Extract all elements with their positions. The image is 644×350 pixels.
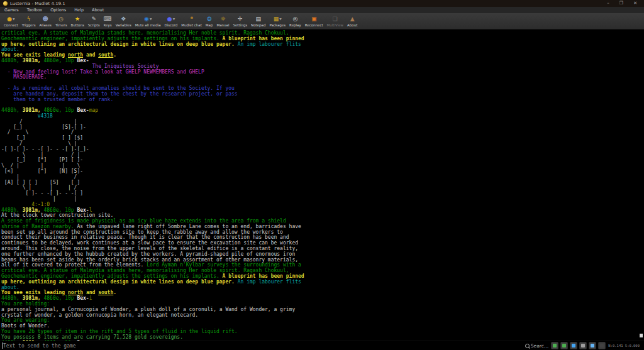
minimize-button[interactable]: – xyxy=(607,1,609,6)
toolbar-item-label: MultiView xyxy=(327,23,344,27)
mudlet-chat-icon: ❝ xyxy=(190,16,193,22)
terminal-line: MASQUERADE. xyxy=(1,75,644,80)
multiview-icon: ❏ xyxy=(333,16,338,22)
window-title: Lusternia - Mudlet 4.19.1 xyxy=(10,1,65,6)
toolbar-item-label: Discord xyxy=(165,23,178,27)
chevron-down-icon[interactable]: ▼ xyxy=(150,18,152,21)
search-tool-button-3-icon xyxy=(572,344,575,347)
buttons-icon: ★ xyxy=(75,16,80,22)
search-label: Searc… xyxy=(531,343,549,349)
connect-button[interactable]: ●▼Connect xyxy=(2,14,20,28)
connect-icon: ● xyxy=(7,16,12,22)
terminal-output[interactable]: critical eye. A statue of Malmydia stand… xyxy=(0,30,644,341)
toolbar-item-label: Variables xyxy=(116,23,131,27)
text-cursor xyxy=(2,342,3,349)
terminal-line: [A] [ ] [ ] [S] [ ] xyxy=(1,180,644,186)
search-tool-button-5-icon xyxy=(591,344,594,347)
latency-readout: N:0.141 S:0.000 xyxy=(608,344,640,347)
terminal-line: crystal of wonder, a golden cornucopia h… xyxy=(1,313,644,319)
search-tool-button-1-icon xyxy=(553,344,557,347)
terminal-line: You see exits leading north and south. xyxy=(1,290,644,296)
command-input[interactable]: Text to send to the game xyxy=(3,343,76,349)
terminal-line: them to a trusted member of rank. xyxy=(1,97,644,103)
manual-button[interactable]: ☼Manual xyxy=(214,14,231,28)
terminal-line: v4318 xyxy=(1,114,644,119)
terminal-line: \ | | | / xyxy=(1,185,644,191)
scripts-button[interactable]: ✎Scripts xyxy=(86,14,102,28)
toolbar-item-label: Scripts xyxy=(88,23,100,27)
toolbar-item-label: Replay xyxy=(289,23,301,27)
chevron-down-icon[interactable]: ▼ xyxy=(13,18,14,21)
mute-all-media-button[interactable]: ◉▼Mute all media xyxy=(133,14,163,28)
triggers-icon: ϟ xyxy=(27,16,31,22)
settings-icon: ✛ xyxy=(238,16,243,22)
chevron-down-icon[interactable]: ▼ xyxy=(173,18,175,21)
menu-item-options[interactable]: Options xyxy=(50,8,66,13)
menu-item-games[interactable]: Games xyxy=(4,8,19,13)
menu-item-toolbox[interactable]: Toolbox xyxy=(27,8,42,13)
replay-button[interactable]: ◎Replay xyxy=(287,14,303,28)
packages-button[interactable]: ▦▼Packages xyxy=(267,14,287,28)
search-tool-button-6[interactable] xyxy=(598,342,606,349)
timers-icon: ◷ xyxy=(58,16,64,22)
terminal-line: / | xyxy=(1,119,644,125)
terminal-line: [<] [^] [N] [S]- xyxy=(1,169,644,175)
terminal-line: | | xyxy=(1,197,644,202)
app-icon xyxy=(3,1,8,6)
terminal-line: \ / | | | \ xyxy=(1,163,644,169)
mudlet-chat-button[interactable]: ❝Mudlet chat xyxy=(179,14,204,28)
search-tool-button-3[interactable] xyxy=(570,342,577,349)
toolbar-item-label: Keys xyxy=(104,23,112,27)
keys-icon: ⌨ xyxy=(104,16,112,22)
search-tool-button-5[interactable] xyxy=(589,342,596,349)
terminal-line: / \ | xyxy=(1,141,644,147)
reconnect-button[interactable]: ▣Reconnect xyxy=(303,14,325,28)
toolbar-item-label: Timers xyxy=(55,23,67,27)
menu-bar: GamesToolboxOptionsHelpAbout xyxy=(0,7,644,13)
search-tool-button-2[interactable] xyxy=(560,342,568,349)
aliases-button[interactable]: ☻Aliases xyxy=(38,14,53,28)
map-button[interactable]: ❂Map xyxy=(204,14,215,28)
toolbar-item-label: Settings xyxy=(233,23,247,27)
toolbar: ●▼ConnectϟTriggers☻Aliases◷Timers★Button… xyxy=(0,13,644,30)
keys-button[interactable]: ⌨Keys xyxy=(102,14,114,28)
toolbar-item-label: Manual xyxy=(216,23,229,27)
toolbar-item-label: Packages xyxy=(269,23,286,27)
variables-button[interactable]: ❖Variables xyxy=(114,14,133,28)
search-tool-button-4[interactable] xyxy=(579,342,587,349)
toolbar-item-label: Aliases xyxy=(40,23,52,27)
buttons-button[interactable]: ★Buttons xyxy=(69,14,86,28)
replay-icon: ◎ xyxy=(292,16,297,22)
toolbar-item-label: Mudlet chat xyxy=(181,23,202,27)
timers-button[interactable]: ◷Timers xyxy=(53,14,69,28)
reconnect-icon: ▣ xyxy=(311,16,317,22)
multiview-button: ❏MultiView xyxy=(325,14,346,28)
settings-button[interactable]: ✛Settings xyxy=(231,14,249,28)
search-tool-button-4-icon xyxy=(581,344,585,347)
terminal-line: You see exits leading north and south. xyxy=(1,53,644,58)
toolbar-item-label: Map xyxy=(206,23,213,27)
terminal-line: [_] [ ] [$] xyxy=(1,136,644,141)
chevron-down-icon[interactable]: ▼ xyxy=(279,18,281,21)
search-field[interactable]: Searc… xyxy=(525,343,549,349)
terminal-line: You possess 8 items and are carrying 71,… xyxy=(1,335,644,341)
search-tool-button-1[interactable] xyxy=(551,342,558,349)
variables-icon: ❖ xyxy=(121,16,126,22)
menu-item-help[interactable]: Help xyxy=(74,8,84,13)
triggers-button[interactable]: ϟTriggers xyxy=(20,14,38,28)
close-button[interactable]: ✕ xyxy=(633,1,637,6)
toolbar-item-label: Mute all media xyxy=(135,23,161,27)
terminal-line: - New and feeling lost? Take a look at G… xyxy=(1,70,644,75)
maximize-button[interactable]: ❐ xyxy=(619,1,623,6)
notepad-button[interactable]: ▤Notepad xyxy=(249,14,267,28)
scroll-indicator[interactable] xyxy=(640,334,643,337)
search-icon xyxy=(525,344,530,348)
terminal-line: / \ / xyxy=(1,130,644,136)
mute-media-icon: ◉ xyxy=(144,16,149,22)
terminal-line: \ | / | xyxy=(1,153,644,158)
about-button[interactable]: ▲About xyxy=(345,14,359,28)
terminal-line: up here, outlining an architectural desi… xyxy=(1,280,644,285)
window-controls: – ❐ ✕ xyxy=(607,1,641,6)
discord-button[interactable]: ●▼Discord xyxy=(163,14,180,28)
menu-item-about[interactable]: About xyxy=(92,8,104,13)
